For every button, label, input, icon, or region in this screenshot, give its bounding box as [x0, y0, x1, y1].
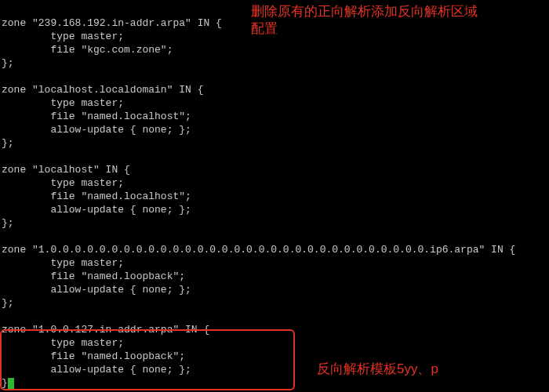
- code-line: zone "1.0.0.0.0.0.0.0.0.0.0.0.0.0.0.0.0.…: [2, 244, 515, 256]
- code-line: };: [2, 57, 14, 69]
- code-line: };: [2, 297, 14, 309]
- cursor-icon: [8, 378, 14, 389]
- code-line: zone "localhost" IN {: [2, 164, 130, 176]
- code-line: };: [2, 137, 14, 149]
- code-line: type master;: [2, 31, 124, 42]
- code-line: file "named.localhost";: [2, 111, 191, 122]
- code-line: file "named.localhost";: [2, 191, 191, 202]
- code-line: };: [2, 217, 14, 229]
- code-line: type master;: [2, 97, 124, 109]
- code-line: type master;: [2, 257, 124, 269]
- code-line: allow-update { none; };: [2, 284, 191, 296]
- terminal-editor[interactable]: zone "239.168.192.in-addr.arpa" IN { typ…: [0, 0, 549, 390]
- annotation-bottom: 反向解析模板5yy、p: [317, 361, 438, 378]
- code-line: zone "1.0.0.127.in-addr.arpa" IN {: [2, 324, 209, 336]
- code-line: zone "239.168.192.in-addr.arpa" IN {: [2, 17, 222, 29]
- code-line: file "kgc.com.zone";: [2, 44, 173, 56]
- code-line: file "named.loopback";: [2, 270, 185, 282]
- code-line: type master;: [2, 177, 124, 189]
- code-line: file "named.loopback";: [2, 350, 185, 362]
- annotation-top: 删除原有的正向解析添加反向解析区域配置: [251, 3, 486, 38]
- code-line: zone "localhost.localdomain" IN {: [2, 84, 203, 96]
- code-line: allow-update { none; };: [2, 124, 191, 136]
- code-line: allow-update { none; };: [2, 364, 191, 376]
- code-line: type master;: [2, 337, 124, 349]
- code-line: allow-update { none; };: [2, 204, 191, 216]
- code-line-last: }: [2, 377, 8, 389]
